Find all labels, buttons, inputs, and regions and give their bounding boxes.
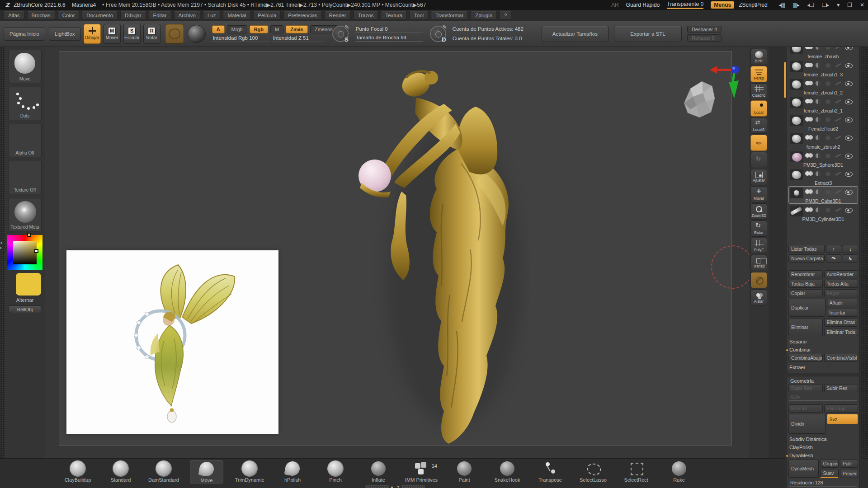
redo-button[interactable]: Rehacer 0 — [687, 34, 722, 42]
duplicate-button[interactable]: Duplicar — [788, 299, 826, 317]
displacement-icon[interactable] — [835, 80, 842, 86]
polypaint-icon[interactable] — [805, 117, 812, 122]
subtool-item[interactable]: FemaleHead2 — [788, 114, 858, 131]
saturation-value-box[interactable] — [13, 241, 37, 264]
brush-size-slider[interactable]: Tamaño de Brocha 94 — [355, 35, 423, 42]
menu-item[interactable]: Render — [325, 11, 351, 19]
menu-item[interactable]: Material — [223, 11, 250, 19]
tray-brush-item[interactable]: SnakeHook — [491, 460, 524, 483]
visibility-eye-icon[interactable] — [845, 135, 852, 141]
texture-map-icon[interactable] — [825, 62, 832, 68]
viewport-tool-button[interactable]: PolyF — [750, 238, 767, 254]
tray-brush-item[interactable]: 14 IMM Primitives — [405, 460, 438, 483]
reference-image-panel[interactable] — [66, 250, 278, 434]
tray-brush-item[interactable]: Inflate — [362, 460, 395, 483]
texture-map-icon[interactable] — [825, 171, 832, 177]
paste-button[interactable]: Pegar — [824, 289, 859, 297]
gold-relief-sculpture[interactable] — [348, 60, 529, 457]
tray-brush-item[interactable]: ClayBuildup — [61, 460, 94, 483]
polypaint-icon[interactable] — [805, 171, 812, 177]
menu-item[interactable]: Archivo — [174, 11, 200, 19]
viewport-tool-button[interactable]: Transp — [750, 255, 767, 271]
texture-map-icon[interactable] — [825, 135, 832, 141]
uv-icon[interactable] — [815, 117, 822, 122]
displacement-icon[interactable] — [835, 189, 842, 195]
blur-slider[interactable]: Suav — [820, 469, 838, 478]
viewport-tool-button[interactable]: Rotar — [750, 221, 767, 237]
visibility-eye-icon[interactable] — [845, 189, 852, 195]
smooth-subdiv-button[interactable]: Svz — [827, 414, 859, 424]
paint-mode-button[interactable]: Rgb — [250, 25, 268, 33]
menu-item[interactable]: Dibujar — [120, 11, 146, 19]
polish-button[interactable]: Pulir — [840, 460, 858, 468]
scroll-down-icon[interactable]: ▼ — [395, 485, 401, 488]
higher-res-button[interactable]: Subir Res — [824, 384, 859, 392]
polypaint-icon[interactable] — [805, 80, 812, 86]
update-sizes-button[interactable]: Actualizar Tamaños — [542, 26, 609, 42]
document-canvas[interactable] — [45, 47, 749, 458]
switch-color-label[interactable]: Alternar — [5, 297, 45, 303]
subtool-item[interactable]: PM3D_Sphere3D1 — [788, 150, 858, 168]
subtool-item[interactable]: Extract3 — [788, 168, 858, 186]
uv-icon[interactable] — [815, 80, 822, 86]
uv-icon[interactable] — [815, 135, 822, 141]
list-all-button[interactable]: Listar Todas — [788, 245, 825, 253]
panel-divider-handle[interactable] — [784, 62, 786, 98]
menu-item[interactable]: Alfas — [4, 11, 24, 19]
displacement-icon[interactable] — [835, 153, 842, 159]
delete-higher-button[interactable]: Elim Sup — [824, 404, 859, 413]
undo-button[interactable]: Deshacer 4 — [687, 26, 722, 33]
tray-brush-item[interactable]: Move — [190, 460, 223, 483]
move-in-folder-button[interactable]: ↳ — [843, 254, 858, 263]
move-out-folder-button[interactable]: ↷ — [826, 254, 841, 263]
rename-button[interactable]: Renombrar — [788, 270, 823, 278]
merge-down-button[interactable]: CombinaAbajo — [788, 354, 823, 362]
visibility-eye-icon[interactable] — [845, 62, 852, 68]
transform-mode-button[interactable]: Dibujar — [84, 24, 101, 44]
displacement-icon[interactable] — [835, 62, 842, 68]
close-icon[interactable]: ✕ — [860, 2, 864, 8]
displacement-icon[interactable] — [835, 171, 842, 177]
uv-icon[interactable] — [815, 189, 822, 195]
menu-item[interactable]: Zplugin — [471, 11, 497, 19]
tray-scrollbar[interactable]: ▲ ▼ — [365, 485, 425, 488]
uv-icon[interactable] — [815, 153, 822, 159]
polypaint-icon[interactable] — [805, 153, 812, 159]
texture-map-icon[interactable] — [825, 80, 832, 86]
menu-item[interactable]: ? — [500, 11, 511, 19]
visibility-eye-icon[interactable] — [845, 171, 852, 177]
next-document-icon[interactable]: ❏▸ — [822, 2, 829, 8]
delete-button[interactable]: Eliminar — [788, 318, 823, 336]
subtool-down-button[interactable]: ↓ — [843, 245, 858, 253]
tray-brush-item[interactable]: Transpose — [533, 460, 567, 483]
dynamesh-button[interactable]: DynaMesh — [788, 460, 819, 478]
claypolish-subheader[interactable]: ClayPolish — [788, 443, 858, 451]
history-forward-icon[interactable]: ||||▸ — [793, 2, 799, 8]
subtool-item[interactable]: female_zbrush2 — [788, 132, 858, 150]
paint-mode-button[interactable]: Zmás — [286, 25, 308, 33]
tray-brush-item[interactable]: hPolish — [276, 460, 309, 483]
visibility-eye-icon[interactable] — [845, 117, 852, 122]
project-button[interactable]: Proyec — [840, 469, 858, 478]
split-subheader[interactable]: Separar — [788, 338, 858, 346]
displacement-icon[interactable] — [835, 207, 842, 213]
menu-item[interactable]: Transformar — [431, 11, 468, 19]
subtool-item[interactable]: PM3D_Cylinder3D1 — [788, 204, 858, 222]
lower-res-button[interactable]: Bajar Res — [788, 384, 823, 392]
polypaint-icon[interactable] — [805, 189, 812, 195]
menu-item[interactable]: Luz — [203, 11, 221, 19]
uv-icon[interactable] — [815, 99, 822, 104]
divider-arrows-icon[interactable]: ◂▸ — [0, 240, 2, 250]
menu-item[interactable]: Documento — [82, 11, 118, 19]
viewport-tool-button[interactable] — [750, 152, 767, 168]
viewport-tool-button[interactable] — [750, 272, 767, 288]
menu-item[interactable]: Textura — [381, 11, 407, 19]
divide-button[interactable]: Dividir — [788, 414, 826, 434]
menus-toggle-button[interactable]: Menús — [711, 1, 734, 9]
viewport-tool-button[interactable]: Mover — [750, 186, 767, 202]
left-divider-strip[interactable]: ◂▸ — [0, 47, 5, 458]
lightbox-button[interactable]: LightBox — [49, 27, 81, 41]
menu-item[interactable]: Brochas — [27, 11, 55, 19]
texture-map-icon[interactable] — [825, 189, 832, 195]
resolution-slider[interactable]: Resolución 128 — [789, 479, 857, 487]
